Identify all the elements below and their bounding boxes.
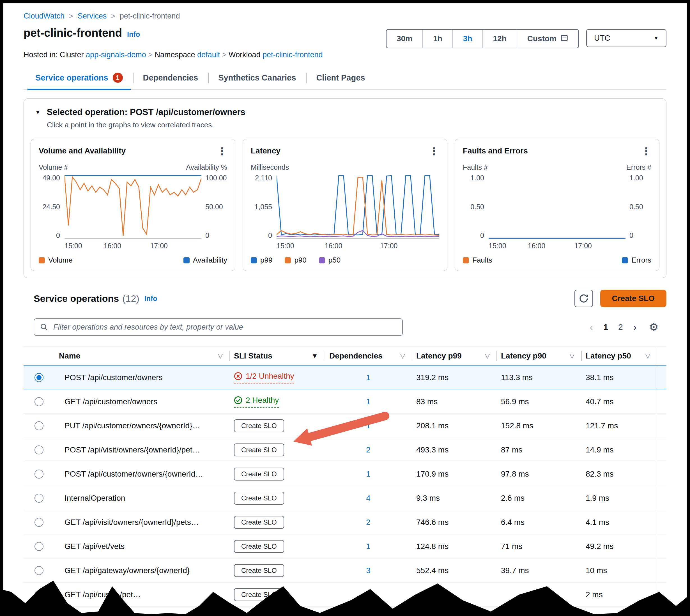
sort-icon[interactable]: ▼ [311,352,318,360]
page-number-1[interactable]: 1 [603,322,608,332]
row-radio[interactable] [35,518,43,527]
breadcrumb-item-services[interactable]: Services [78,12,107,20]
refresh-button[interactable] [575,290,593,307]
time-range-30m[interactable]: 30m [386,30,422,48]
create-slo-row-button[interactable]: Create SLO [234,516,284,529]
hosted-link[interactable]: pet-clinic-frontend [263,50,323,59]
create-slo-row-button[interactable]: Create SLO [234,443,284,456]
chart-volume-and-availability: Volume and Availability⋮Volume #Availabi… [30,139,235,271]
tab-synthetics-canaries[interactable]: Synthetics Canaries [208,67,306,89]
tab-label: Dependencies [143,73,198,83]
dependencies-link[interactable]: 2 [366,445,371,454]
sli-status[interactable]: 1/2 Unhealthy [234,372,294,383]
tab-client-pages[interactable]: Client Pages [306,67,375,89]
row-radio[interactable] [35,421,43,430]
time-range-label: Custom [527,34,556,43]
timezone-value: UTC [594,34,610,43]
chart-plot[interactable]: 15:0016:0017:00 [276,174,439,251]
filter-input[interactable] [53,323,397,332]
sort-icon[interactable]: ▽ [218,352,223,359]
time-range-12h[interactable]: 12h [483,30,517,48]
latency-value: 14.9 ms [581,445,657,455]
row-radio[interactable] [35,373,43,382]
sort-icon[interactable]: ▽ [400,352,405,359]
ellipsis-menu-icon[interactable]: ⋮ [641,147,651,156]
latency-value: 56.9 ms [496,397,581,406]
breadcrumb-item-cloudwatch[interactable]: CloudWatch [24,12,65,20]
series-volume [65,176,201,236]
hosted-text: Hosted in: Cluster [24,50,86,59]
dependencies-link[interactable]: 1 [366,469,371,478]
sort-icon[interactable]: ▽ [485,352,490,359]
page-number-2[interactable]: 2 [618,322,623,332]
row-end-divider [657,366,666,389]
axis-tick: 0 [205,232,209,240]
operations-info-link[interactable]: Info [144,294,157,303]
page-info-link[interactable]: Info [127,30,140,39]
collapse-icon[interactable]: ▼ [35,109,41,115]
dependencies-link[interactable]: 3 [366,566,371,575]
row-end-divider [657,438,666,462]
time-range-3h[interactable]: 3h [452,30,483,48]
column-header-latency-p90[interactable]: Latency p90▽ [496,347,581,365]
column-header-sli-status[interactable]: SLI Status▼ [229,347,325,365]
settings-gear-icon[interactable]: ⚙ [649,321,659,333]
dependencies-link[interactable]: 1 [366,397,371,406]
chart-title: Volume and Availability [39,147,126,155]
row-radio[interactable] [35,566,43,575]
row-radio[interactable] [35,542,43,551]
column-header-dependencies[interactable]: Dependencies▽ [325,347,412,365]
right-axis-label: Availability % [186,163,227,172]
chart-title: Faults and Errors [463,147,528,155]
dependencies-link[interactable]: 1 [366,421,371,430]
dependencies-link[interactable]: 1 [366,542,371,551]
dependencies-link[interactable]: 1 [366,373,371,382]
latency-value: 38.1 ms [581,373,657,382]
create-slo-row-button[interactable]: Create SLO [234,564,284,577]
row-radio[interactable] [35,494,43,503]
column-header-name[interactable]: Name▽ [54,347,229,365]
chart-latency: Latency⋮Milliseconds2,1101,055015:0016:0… [243,139,447,271]
time-range-custom[interactable]: Custom [517,30,578,48]
chart-plot[interactable]: 15:0016:0017:00 [489,174,625,251]
create-slo-button[interactable]: Create SLO [600,290,667,307]
timezone-select[interactable]: UTC ▼ [586,29,666,47]
axis-tick: 0 [629,232,633,240]
create-slo-row-button[interactable]: Create SLO [234,588,284,601]
legend-swatch [319,257,325,263]
sort-icon[interactable]: ▽ [570,352,575,359]
ellipsis-menu-icon[interactable]: ⋮ [217,147,227,156]
sli-status-label: 1/2 Unhealthy [246,372,294,381]
create-slo-row-button[interactable]: Create SLO [234,468,284,481]
tab-dependencies[interactable]: Dependencies [133,67,208,89]
hosted-link[interactable]: app-signals-demo [86,50,146,59]
chart-plot[interactable]: 15:0016:0017:00 [65,174,201,251]
create-slo-row-button[interactable]: Create SLO [234,419,284,432]
latency-value: 97.8 ms [496,469,581,479]
tab-service-operations[interactable]: Service operations1 [25,67,133,89]
time-range-1h[interactable]: 1h [422,30,452,48]
dependencies-link[interactable]: 2 [366,518,371,527]
row-radio[interactable] [35,445,43,455]
hosted-link[interactable]: default [197,50,220,59]
row-radio[interactable] [35,469,43,479]
x-tick: 16:00 [104,242,121,250]
sort-icon[interactable]: ▽ [645,352,650,359]
hosted-text: > [146,50,155,59]
column-header-latency-p50[interactable]: Latency p50▽ [581,347,657,365]
dependencies-link[interactable]: 4 [366,494,371,502]
ellipsis-menu-icon[interactable]: ⋮ [429,147,439,156]
left-axis-ticks: 49.0024.500 [39,174,65,240]
breadcrumb-item-pet-clinic-frontend: pet-clinic-frontend [120,12,180,20]
row-radio[interactable] [35,397,43,406]
create-slo-row-button[interactable]: Create SLO [234,540,284,553]
row-radio[interactable] [35,590,43,599]
column-header-latency-p99[interactable]: Latency p99▽ [412,347,496,365]
page-next-icon[interactable]: › [633,322,637,333]
sli-status[interactable]: 2 Healthy [234,396,279,408]
latency-value: 87 ms [496,445,581,455]
row-end-divider [657,582,666,607]
operations-title: Service operations [34,293,119,304]
create-slo-row-button[interactable]: Create SLO [234,492,284,505]
breadcrumb-separator: > [69,12,73,20]
